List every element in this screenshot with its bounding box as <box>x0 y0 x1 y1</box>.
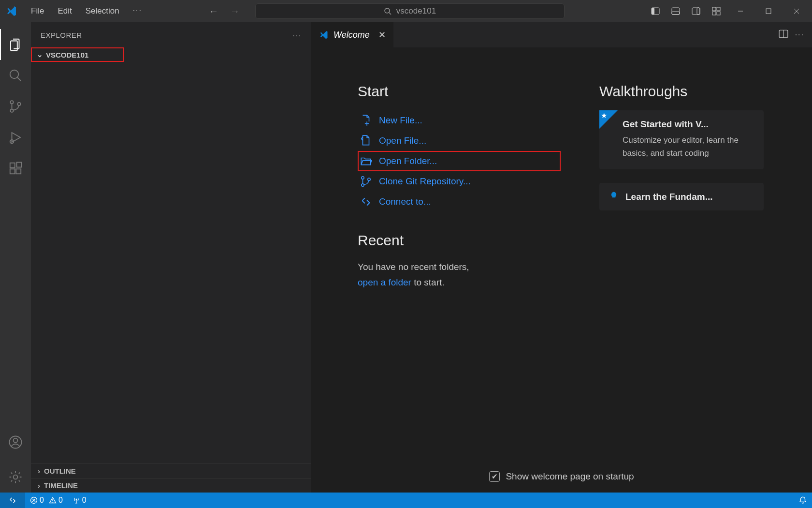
svg-line-17 <box>17 77 21 81</box>
menu-selection[interactable]: Selection <box>79 2 126 20</box>
activity-search-icon[interactable] <box>0 60 31 91</box>
menu-edit[interactable]: Edit <box>51 2 78 20</box>
activity-source-control-icon[interactable] <box>0 91 31 122</box>
status-notifications[interactable] <box>794 496 812 505</box>
command-center-text: vscode101 <box>396 6 436 16</box>
start-open-folder[interactable]: Open Folder... <box>358 151 561 171</box>
chevron-down-icon: ⌄ <box>37 50 43 59</box>
command-center[interactable]: vscode101 <box>255 3 565 19</box>
welcome-footer: ✔ Show welcome page on startup <box>311 463 812 493</box>
tab-title: Welcome <box>334 30 370 40</box>
open-folder-icon <box>360 155 372 167</box>
chevron-right-icon: › <box>38 481 40 490</box>
activity-extensions-icon[interactable] <box>0 153 31 184</box>
walkthrough-get-started[interactable]: ★ Get Started with V... Customize your e… <box>599 110 764 169</box>
open-folder-link[interactable]: open a folder <box>358 277 411 287</box>
menu-more[interactable]: ··· <box>126 2 149 20</box>
walkthrough-fundamentals[interactable]: Learn the Fundam... <box>599 183 764 210</box>
activity-accounts-icon[interactable] <box>0 427 31 458</box>
svg-point-31 <box>362 177 364 179</box>
editor-area: Welcome ✕ ··· Start New File... Open Fil… <box>311 22 812 493</box>
git-icon <box>360 175 372 188</box>
remote-indicator[interactable] <box>0 493 25 508</box>
toggle-secondary-sidebar-icon[interactable] <box>688 3 704 19</box>
menu-bar: File Edit Selection ··· <box>24 2 149 20</box>
svg-rect-7 <box>697 8 700 15</box>
error-icon <box>30 496 38 504</box>
show-on-startup-checkbox[interactable]: ✔ <box>489 471 500 482</box>
open-file-icon <box>360 134 372 147</box>
svg-point-39 <box>75 499 77 500</box>
walkthrough-title: Learn the Fundam... <box>625 192 713 202</box>
title-bar: File Edit Selection ··· ← → vscode101 <box>0 0 812 22</box>
window-minimize[interactable] <box>729 3 752 19</box>
start-new-file[interactable]: New File... <box>358 110 561 131</box>
window-maximize[interactable] <box>757 3 780 19</box>
explorer-more-icon[interactable]: ··· <box>292 31 302 39</box>
nav-arrows: ← → <box>207 4 242 19</box>
svg-point-28 <box>14 475 18 479</box>
svg-rect-9 <box>717 7 720 11</box>
svg-rect-13 <box>766 9 771 14</box>
svg-rect-6 <box>692 8 700 15</box>
activity-settings-icon[interactable] <box>0 462 31 493</box>
activity-bar <box>0 22 31 493</box>
svg-rect-22 <box>10 163 15 168</box>
svg-point-38 <box>52 502 53 503</box>
nav-back-icon[interactable]: ← <box>207 4 220 19</box>
svg-rect-23 <box>10 169 15 174</box>
start-heading: Start <box>358 83 561 100</box>
customize-layout-icon[interactable] <box>709 3 724 19</box>
svg-rect-4 <box>672 8 680 15</box>
nav-forward-icon[interactable]: → <box>228 4 242 19</box>
toggle-primary-sidebar-icon[interactable] <box>648 3 663 19</box>
recent-empty-text: You have no recent folders, open a folde… <box>358 259 561 291</box>
timeline-section[interactable]: › TIMELINE <box>31 478 311 493</box>
start-item-label: Open File... <box>379 135 426 146</box>
toggle-panel-icon[interactable] <box>668 3 683 19</box>
start-connect-to[interactable]: Connect to... <box>358 192 561 212</box>
new-file-icon <box>360 114 372 127</box>
split-editor-icon[interactable] <box>779 29 788 41</box>
check-icon: ✔ <box>492 472 498 481</box>
tab-welcome[interactable]: Welcome ✕ <box>311 22 393 47</box>
explorer-sidebar: EXPLORER ··· ⌄ VSCODE101 › OUTLINE › TIM… <box>31 22 311 493</box>
start-item-label: New File... <box>379 115 422 126</box>
start-item-label: Clone Git Repository... <box>379 176 471 187</box>
show-on-startup-label: Show welcome page on startup <box>506 471 634 482</box>
svg-point-32 <box>362 184 364 186</box>
more-actions-icon[interactable]: ··· <box>795 30 804 39</box>
radio-tower-icon <box>72 496 80 504</box>
start-open-file[interactable]: Open File... <box>358 131 561 151</box>
vscode-icon <box>319 30 329 40</box>
walkthrough-desc: Customize your editor, learn the basics,… <box>623 134 754 160</box>
outline-section[interactable]: › OUTLINE <box>31 463 311 478</box>
explorer-folder-root[interactable]: ⌄ VSCODE101 <box>31 47 124 62</box>
start-item-label: Open Folder... <box>379 156 437 166</box>
svg-rect-3 <box>652 8 654 15</box>
window-close[interactable] <box>785 3 808 19</box>
close-icon[interactable]: ✕ <box>378 30 386 40</box>
timeline-label: TIMELINE <box>44 481 78 490</box>
start-clone-repo[interactable]: Clone Git Repository... <box>358 171 561 192</box>
svg-rect-24 <box>16 169 21 174</box>
bell-icon <box>798 496 807 505</box>
svg-point-16 <box>10 70 19 79</box>
status-problems[interactable]: 0 0 <box>25 496 68 505</box>
svg-point-20 <box>17 103 20 105</box>
svg-point-0 <box>385 8 390 13</box>
activity-explorer-icon[interactable] <box>0 29 31 60</box>
svg-rect-25 <box>17 163 22 167</box>
menu-file[interactable]: File <box>24 2 51 20</box>
explorer-folder-label: VSCODE101 <box>46 51 88 59</box>
chevron-right-icon: › <box>38 467 40 475</box>
svg-point-18 <box>10 101 13 104</box>
activity-run-debug-icon[interactable] <box>0 122 31 153</box>
svg-point-19 <box>10 109 13 112</box>
status-bar: 0 0 0 <box>0 493 812 508</box>
explorer-title: EXPLORER <box>41 31 82 39</box>
status-ports[interactable]: 0 <box>68 496 91 505</box>
star-icon: ★ <box>601 111 607 120</box>
vscode-logo <box>4 5 19 17</box>
svg-rect-5 <box>672 12 680 15</box>
